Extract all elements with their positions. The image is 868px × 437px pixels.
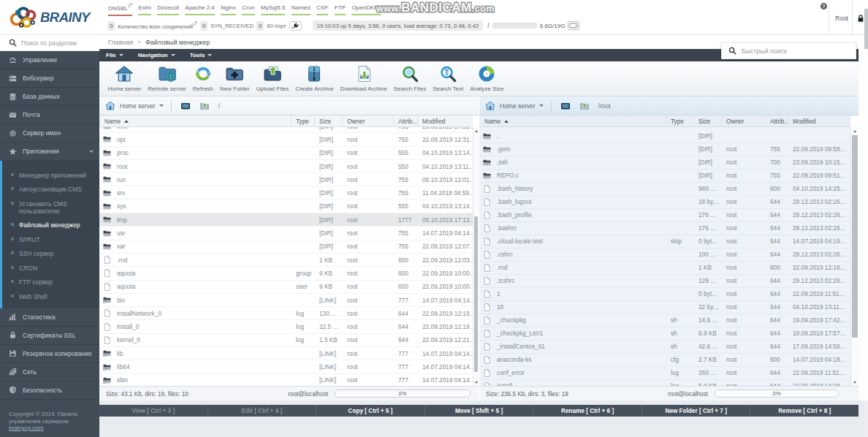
scrollbar-thumb[interactable] xyxy=(474,216,478,372)
file-row[interactable]: installNetwork_0 log 130 … root 644 22.0… xyxy=(99,307,473,320)
plug-icon[interactable] xyxy=(289,21,302,31)
file-row[interactable]: .rnd 1 KB root 600 22.09.2019 12:03… xyxy=(99,254,473,267)
scroll-down-icon[interactable] xyxy=(851,379,859,386)
column-header[interactable]: Modified xyxy=(788,115,850,127)
service-link[interactable]: Named xyxy=(292,4,311,15)
column-header[interactable]: Owner xyxy=(722,115,766,127)
file-row[interactable]: bin [LINK] root 777 14.07.2019 04:14… xyxy=(99,294,473,307)
file-row[interactable]: .bash_logout 18 by… root 644 29.12.2013 … xyxy=(479,196,850,209)
file-row[interactable]: aquota user 9 KB root 600 22.09.2019 10:… xyxy=(99,281,473,294)
file-row[interactable]: aquota group 9 KB root 600 22.09.2019 10… xyxy=(99,267,473,280)
file-row[interactable]: opt [DIR] root 755 22.09.2019 12:31… xyxy=(99,133,473,146)
action-button[interactable]: New Folder [ Ctrl + 7 ] xyxy=(642,405,751,417)
quick-search[interactable]: Быстрый поиск xyxy=(721,42,856,59)
file-row[interactable]: .gem [DIR] root 755 22.09.2019 09:58… xyxy=(479,143,850,156)
file-row[interactable]: _checkpkg_LsV1 sh 6.9 KB root 644 19.09.… xyxy=(479,327,850,341)
toolbar-button[interactable]: Upload Files xyxy=(254,61,290,95)
help-icon[interactable]: ? xyxy=(821,3,827,10)
pane-scrollbar[interactable] xyxy=(850,127,859,386)
file-row[interactable]: lib [LINK] root 777 14.07.2019 04:14… xyxy=(99,347,473,360)
file-row[interactable]: install_0 log 22.5 … root 644 22.09.2019… xyxy=(99,321,473,334)
file-row[interactable]: .bash_profile 176 … root 644 29.12.2013 … xyxy=(479,209,850,222)
sidebar-item[interactable]: Сертификаты SSL xyxy=(0,327,99,345)
file-row[interactable]: lib64 [LINK] root 777 14.07.2019 04:14… xyxy=(99,360,473,373)
scroll-down-icon[interactable] xyxy=(473,379,479,386)
sidebar-item[interactable]: Приложения xyxy=(0,142,99,161)
sidebar-subitem[interactable]: Установить CMS пользователю xyxy=(2,197,99,218)
file-row[interactable]: .. [DIR] xyxy=(479,130,850,143)
toolbar-button[interactable]: Analyze Size xyxy=(468,61,506,95)
toolbar-button[interactable]: Search Files xyxy=(392,61,427,95)
file-row[interactable]: root [DIR] root 550 04.10.2019 13:11… xyxy=(99,160,473,173)
action-button[interactable]: Copy [ Ctrl + 5 ] xyxy=(316,405,425,417)
menubar-item[interactable]: Tools xyxy=(190,52,213,58)
sidebar-item[interactable]: Сервер имен xyxy=(0,124,99,142)
action-button[interactable]: Rename [ Ctrl + 6 ] xyxy=(533,405,642,417)
menubar-item[interactable]: Navigation xyxy=(138,52,175,58)
file-row[interactable]: 10 22 by… root 644 04.10.2019 13:11… xyxy=(479,301,850,314)
column-header[interactable]: Size xyxy=(694,115,722,127)
pane-server-select[interactable]: Home server xyxy=(120,102,156,110)
toolbar-button[interactable]: Create Archive xyxy=(294,61,335,95)
service-link[interactable]: Exim xyxy=(138,4,151,15)
sidebar-subitem[interactable]: Файловый менеджер xyxy=(2,218,99,233)
service-link[interactable]: Nginx xyxy=(221,4,235,15)
file-row[interactable]: sys [DIR] root 555 04.10.2019 13:14… xyxy=(99,200,473,213)
file-row[interactable]: anaconda-ks cfg 2.7 KB root 600 14.07.20… xyxy=(479,354,850,367)
drive-icon[interactable] xyxy=(180,102,191,110)
file-row[interactable]: .rnd 1 KB root 600 22.09.2019 12:18… xyxy=(479,262,850,275)
file-row[interactable]: mnt [DIR] root 755 26.08.2019 17:51… xyxy=(99,127,473,133)
service-link[interactable]: Dovecot xyxy=(157,4,178,15)
file-row[interactable]: tmp [DIR] root 1777 09.10.2019 17:12… xyxy=(99,213,473,227)
file-row[interactable]: 1 0 byt… root 644 22.09.2019 11:51… xyxy=(479,288,850,301)
service-link[interactable]: Cron xyxy=(242,4,254,15)
file-row[interactable]: .bashrc 176 … root 644 29.12.2013 02:26… xyxy=(479,222,850,235)
sidebar-subitem[interactable]: Автоустановщик CMS xyxy=(2,183,99,197)
sidebar-item[interactable]: Безопасность xyxy=(0,381,99,400)
column-header[interactable]: Name xyxy=(99,115,292,127)
chevron-down-icon[interactable] xyxy=(539,104,544,107)
menubar-item[interactable]: File xyxy=(106,52,123,58)
file-row[interactable]: .cloud-locale-test skip 0 byt… root 644 … xyxy=(479,235,850,248)
column-header[interactable]: Owner xyxy=(343,115,394,127)
toolbar-button[interactable]: Remote server xyxy=(146,61,188,95)
toolbar-button[interactable]: Download Archive xyxy=(338,61,389,95)
sidebar-subitem[interactable]: Web Shell xyxy=(2,289,99,304)
sidebar-item[interactable]: Управление xyxy=(0,51,99,69)
sidebar-subitem[interactable]: Менеджер приложений xyxy=(2,168,99,183)
file-row[interactable]: usr [DIR] root 755 14.07.2019 04:14… xyxy=(99,227,473,240)
file-row[interactable]: .tcshrc 129 … root 644 29.12.2013 02:26… xyxy=(479,275,850,288)
file-row[interactable]: kernel_0 log 1.5 KB root 644 22.09.2019 … xyxy=(99,334,473,347)
file-row[interactable]: .ssh [DIR] root 700 23.09.2019 10:15… xyxy=(479,156,850,170)
service-link[interactable]: FTP xyxy=(335,4,346,15)
toolbar-button[interactable]: Search Text xyxy=(431,61,465,95)
file-row[interactable]: srv [DIR] root 755 11.04.2018 04:59… xyxy=(99,187,473,200)
column-header[interactable]: Modified xyxy=(418,115,473,127)
breadcrumb-home[interactable]: Главная xyxy=(108,39,133,46)
file-row[interactable]: _installCentos_01 sh 42.6 … root 644 17.… xyxy=(479,341,850,354)
file-row[interactable]: var [DIR] root 755 22.09.2019 12:07… xyxy=(99,240,473,254)
copyright-link[interactable]: brainycp.com xyxy=(9,425,44,431)
column-header[interactable]: Type xyxy=(292,115,315,127)
action-button[interactable]: Edit [ Ctrl + 4 ] xyxy=(208,405,317,417)
file-row[interactable]: install log 5.0 KB root 644 22.09.2019 1… xyxy=(479,380,850,386)
sidebar-subitem[interactable]: SSH сервер xyxy=(2,247,99,262)
column-header[interactable]: Name xyxy=(479,115,666,127)
service-link[interactable]: DNSBL xyxy=(108,3,132,16)
file-row[interactable]: sbin [LINK] root 777 14.07.2019 04:14… xyxy=(99,374,473,386)
pane-server-select[interactable]: Home server xyxy=(500,102,536,110)
scrollbar-thumb[interactable] xyxy=(852,135,858,338)
pane-scrollbar[interactable] xyxy=(473,127,479,386)
column-header[interactable]: Attrib… xyxy=(394,115,418,127)
sidebar-item[interactable]: Статистика xyxy=(0,308,99,327)
file-row[interactable]: .bash_history 960 … root 600 04.10.2019 … xyxy=(479,183,850,196)
sidebar-item[interactable]: Вебсервер xyxy=(0,69,99,88)
sidebar-item[interactable]: Почта xyxy=(0,106,99,124)
sidebar-subitem[interactable]: CRON xyxy=(2,261,99,276)
service-link[interactable]: MySql5.5 xyxy=(261,4,285,15)
sidebar-search[interactable]: Поиск по разделам xyxy=(0,35,99,51)
file-row[interactable]: conf_error log 260 … root 644 22.09.2019… xyxy=(479,367,850,380)
service-link[interactable]: Apache 2.4 xyxy=(185,4,214,15)
sidebar-item[interactable]: База данных xyxy=(0,88,99,106)
toolbar-button[interactable]: Refresh xyxy=(191,61,215,95)
